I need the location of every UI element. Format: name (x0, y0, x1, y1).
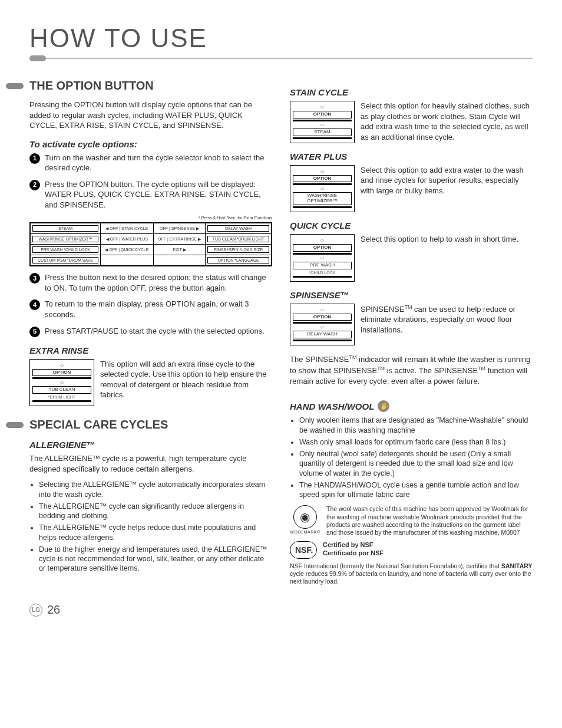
subhead-extra-rinse: EXTRA RINSE (29, 345, 272, 355)
step-text: To return to the main display, press OPT… (45, 299, 272, 319)
step-text: Press the button next to the desired opt… (45, 272, 272, 293)
panel-extra-rinse: ⬭ OPTION ⬭ TUB CLEAN *DRUM LIGHT (29, 359, 94, 407)
subhead-allergiene: ALLERGIENE™ (29, 440, 272, 450)
nsf-line1: Certified by NSF (323, 541, 384, 549)
step-number-icon: 5 (29, 327, 40, 337)
left-column: THE OPTION BUTTON Pressing the OPTION bu… (29, 79, 272, 591)
list-item: The ALLERGIENE™ cycle helps reduce dust … (39, 523, 272, 542)
woolmark-certification: ◉ WOOLMARK® The wool wash cycle of this … (290, 505, 533, 536)
cycle-options-diagram: STEAM ◀ OFF | STAIN CYCLE OFF | SPINSENS… (29, 222, 272, 266)
panel-quick-cycle: ⬭ OPTION ⬭ PRE WASH *CHILD LOCK (290, 234, 355, 282)
woolmark-text: The wool wash cycle of this machine has … (326, 505, 533, 536)
spinsense-text-1: SPINSENSETM can be used to help reduce o… (361, 304, 533, 346)
list-item: Selecting the ALLERGIENE™ cycle automati… (39, 480, 272, 499)
allergiene-bullets: Selecting the ALLERGIENE™ cycle automati… (29, 480, 272, 573)
section-title: SPECIAL CARE CYCLES (29, 418, 168, 431)
step-number-icon: 2 (29, 180, 40, 190)
subhead-spinsense: SPINSENSE™ (290, 290, 533, 300)
list-item: Wash only small loads for optimum fabric… (299, 437, 533, 447)
table-caption: * Press & Hold 3sec. for Extra Functions (29, 216, 272, 220)
subhead-quick-cycle: QUICK CYCLE (290, 220, 533, 230)
divider (29, 55, 533, 61)
right-column: STAIN CYCLE ⬭ OPTION ⬭ STEAM Select this… (290, 79, 533, 591)
nsf-certification: NSF. Certified by NSF Certificado por NS… (290, 541, 533, 559)
panel-stain-cycle: ⬭ OPTION ⬭ STEAM (290, 101, 355, 143)
subhead-hand-wash: HAND WASH/WOOL ✋ (290, 400, 533, 412)
step-number-icon: 4 (29, 299, 40, 310)
step-number-icon: 3 (29, 273, 40, 284)
section-special-care: SPECIAL CARE CYCLES (6, 418, 272, 431)
step-3: 3 Press the button next to the desired o… (29, 272, 272, 293)
step-5: 5 Press START/PAUSE to start the cycle w… (29, 326, 272, 337)
subhead-activate: To activate cycle options: (29, 139, 272, 149)
extra-rinse-text: This option will add an extra rinse cycl… (100, 359, 272, 407)
step-2: 2 Press the OPTION button. The cycle opt… (29, 179, 272, 210)
list-item: Only woolen items that are designated as… (299, 416, 533, 435)
spinsense-text-2: The SPINSENSETM indicador will remain li… (290, 354, 533, 386)
woolmark-icon: ◉ (293, 505, 317, 529)
list-item: The HANDWASH/WOOL cycle uses a gentle tu… (299, 480, 533, 500)
nsf-text: NSF International (formerly the National… (290, 562, 533, 585)
lg-logo-icon: LG (29, 604, 42, 617)
allergiene-intro: The ALLERGIENE™ cycle is a powerful, hig… (29, 453, 272, 474)
quick-cycle-text: Select this option to help to wash in sh… (361, 234, 533, 282)
intro-text: Pressing the OPTION button will display … (29, 100, 272, 131)
page-number: 26 (47, 603, 60, 617)
nsf-badge-icon: NSF. (290, 541, 317, 559)
step-number-icon: 1 (29, 153, 40, 164)
nsf-line2: Certificado por NSF (323, 549, 384, 558)
step-4: 4 To return to the main display, press O… (29, 299, 272, 319)
water-plus-text: Select this option to add extra water to… (361, 165, 533, 212)
list-item: The ALLERGIENE™ cycle can significantly … (39, 502, 272, 521)
page-title: HOW TO USE (29, 24, 533, 53)
hand-wash-bullets: Only woolen items that are designated as… (290, 416, 533, 499)
section-title: THE OPTION BUTTON (29, 79, 154, 93)
step-text: Press START/PAUSE to start the cycle wit… (45, 326, 265, 337)
step-text: Press the OPTION button. The cycle optio… (45, 179, 272, 210)
panel-water-plus: ⬭ OPTION ⬭ WASH/RINSE OPTIMIZER™ (290, 165, 355, 212)
subhead-water-plus: WATER PLUS (290, 151, 533, 162)
step-1: 1 Turn on the washer and turn the cycle … (29, 153, 272, 173)
section-option-button: THE OPTION BUTTON (6, 79, 272, 93)
subhead-stain-cycle: STAIN CYCLE (290, 87, 533, 97)
list-item: Only neutral (wool safe) detergents shou… (299, 449, 533, 478)
list-item: Due to the higher energy and temperature… (39, 545, 272, 574)
panel-spinsense: ⬭ OPTION ⬭ DELAY WASH (290, 304, 355, 346)
stain-cycle-text: Select this option for heavily stained c… (361, 101, 533, 143)
step-text: Turn on the washer and turn the cycle se… (45, 153, 272, 173)
hand-wash-icon: ✋ (378, 400, 389, 412)
page-footer: LG 26 (29, 603, 533, 617)
